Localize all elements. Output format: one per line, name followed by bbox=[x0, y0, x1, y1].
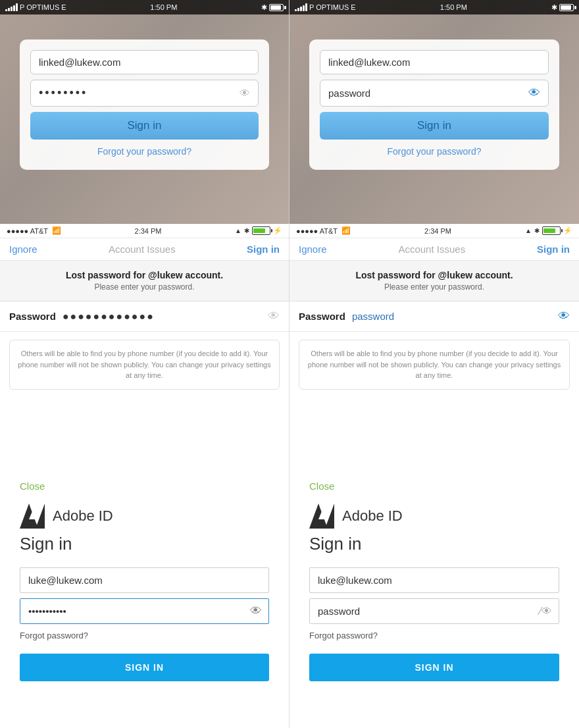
att-battery-fill bbox=[253, 228, 265, 233]
status-left: P OPTIMUS E bbox=[5, 3, 66, 11]
adobe-screen-left: Close Adobe ID Sign in 👁 Forgot password… bbox=[0, 467, 290, 728]
email-value-right: linked@lukew.com bbox=[328, 57, 410, 68]
adobe-email-right[interactable] bbox=[309, 567, 559, 593]
adobe-signin-button-left[interactable]: SIGN IN bbox=[20, 654, 269, 681]
signin-button-right[interactable]: Sign in bbox=[320, 112, 549, 140]
forgot-password-left[interactable]: Forgot your password? bbox=[30, 146, 259, 157]
ios-login-card-left: linked@lukew.com •••••••• 👁︎ Sign in For… bbox=[20, 39, 269, 170]
adobe-forgot-left[interactable]: Forgot password? bbox=[20, 631, 269, 640]
signal-icon bbox=[5, 3, 18, 11]
att-password-row-left: Password ●●●●●●●●●●●● 👁 bbox=[0, 301, 289, 332]
att-time-left: 2:34 PM bbox=[135, 227, 162, 235]
svg-marker-4 bbox=[325, 504, 334, 529]
forgot-password-right[interactable]: Forgot your password? bbox=[320, 146, 549, 157]
charging-icon: ⚡ bbox=[273, 226, 282, 235]
att-eye-icon-left[interactable]: 👁 bbox=[268, 309, 280, 323]
ios-status-bar-left: P OPTIMUS E 1:50 PM ✱ bbox=[0, 0, 289, 14]
bluetooth-icon-right: ✱ bbox=[551, 3, 557, 12]
att-carrier-right: ●●●●● AT&T 📶 bbox=[296, 226, 351, 235]
bluetooth-icon: ✱ bbox=[261, 3, 267, 12]
att-status-icons-left: ▲ ✱ ⚡ bbox=[235, 226, 282, 235]
att-screen-left: ●●●●● AT&T 📶 2:34 PM ▲ ✱ ⚡ Ignore Accoun… bbox=[0, 224, 290, 467]
att-info-left: Others will be able to find you by phone… bbox=[9, 340, 280, 390]
ignore-button[interactable]: Ignore bbox=[9, 244, 38, 255]
carrier-label-right: P OPTIMUS E bbox=[309, 3, 356, 11]
adobe-logo-icon-right bbox=[309, 504, 334, 529]
password-visible-right: password bbox=[328, 88, 370, 99]
email-field-left[interactable]: linked@lukew.com bbox=[30, 50, 259, 74]
adobe-pw-wrap-left: 👁 bbox=[20, 598, 269, 624]
adobe-logo-right: Adobe ID bbox=[309, 504, 559, 529]
signin-button-left[interactable]: Sign in bbox=[30, 112, 259, 140]
att-battery-right bbox=[542, 226, 561, 235]
att-eye-icon-right[interactable]: 👁 bbox=[558, 309, 570, 323]
ignore-button-right[interactable]: Ignore bbox=[299, 244, 327, 255]
ios-screen-left: P OPTIMUS E 1:50 PM ✱ linked@lukew.com •… bbox=[0, 0, 290, 224]
password-field-right[interactable]: password 👁 bbox=[320, 80, 549, 107]
adobe-password-left[interactable] bbox=[20, 599, 243, 623]
charging-icon-right: ⚡ bbox=[563, 226, 572, 235]
status-left-right: P OPTIMUS E bbox=[295, 3, 356, 11]
adobe-password-visible-right[interactable] bbox=[310, 599, 533, 623]
att-info-text-right: Others will be able to find you by phone… bbox=[308, 350, 561, 379]
eye-slash-icon-right[interactable]: ∕👁 bbox=[533, 606, 559, 617]
att-pw-visible-right[interactable]: password bbox=[352, 311, 551, 322]
adobe-email-left[interactable] bbox=[20, 567, 269, 593]
battery-fill-right bbox=[561, 5, 571, 10]
att-time-right: 2:34 PM bbox=[424, 227, 451, 235]
close-button-left[interactable]: Close bbox=[20, 481, 269, 492]
att-wifi-icon: 📶 bbox=[52, 226, 61, 235]
notice-title-right: Lost password for @lukew account. bbox=[303, 270, 566, 280]
adobe-signin-title-left: Sign in bbox=[20, 534, 269, 554]
time-label: 1:50 PM bbox=[150, 3, 177, 11]
bluetooth-icon-att-right: ✱ bbox=[534, 227, 540, 234]
svg-marker-0 bbox=[20, 504, 38, 529]
nav-title-right: Account Issues bbox=[398, 244, 465, 255]
adobe-logo-text-right: Adobe ID bbox=[342, 507, 403, 525]
ios-status-bar-right: P OPTIMUS E 1:50 PM ✱ bbox=[290, 0, 579, 14]
att-battery-fill-right bbox=[543, 228, 555, 233]
carrier-label: P OPTIMUS E bbox=[20, 3, 66, 11]
adobe-signin-button-right[interactable]: SIGN IN bbox=[309, 654, 559, 681]
status-right-right: ✱ bbox=[551, 3, 574, 12]
adobe-pw-wrap-right: ∕👁 bbox=[309, 598, 559, 624]
eye-open-icon-left[interactable]: 👁 bbox=[243, 604, 268, 618]
notice-sub-left: Please enter your password. bbox=[13, 282, 276, 292]
ios-login-card-right: linked@lukew.com password 👁 Sign in Forg… bbox=[309, 39, 559, 170]
adobe-forgot-right[interactable]: Forgot password? bbox=[309, 631, 559, 640]
att-nav-left: Ignore Account Issues Sign in bbox=[0, 238, 289, 261]
att-wifi-icon-right: 📶 bbox=[341, 226, 351, 235]
svg-marker-3 bbox=[309, 504, 328, 529]
eye-closed-icon[interactable]: 👁︎ bbox=[239, 88, 250, 99]
battery-icon-right bbox=[559, 4, 574, 11]
att-pw-label-left: Password bbox=[9, 311, 56, 322]
ios-screen-right: P OPTIMUS E 1:50 PM ✱ linked@lukew.com p… bbox=[290, 0, 579, 224]
nav-signin-right[interactable]: Sign in bbox=[537, 244, 570, 255]
adobe-logo-text-left: Adobe ID bbox=[53, 507, 113, 525]
att-status-bar-left: ●●●●● AT&T 📶 2:34 PM ▲ ✱ ⚡ bbox=[0, 224, 289, 238]
att-signal-left: ●●●●● AT&T bbox=[7, 227, 48, 235]
att-nav-right: Ignore Account Issues Sign in bbox=[290, 238, 579, 261]
nav-signin-left[interactable]: Sign in bbox=[247, 244, 280, 255]
att-info-right: Others will be able to find you by phone… bbox=[299, 340, 570, 390]
location-icon: ▲ bbox=[235, 227, 241, 234]
att-carrier-left: ●●●●● AT&T 📶 bbox=[7, 226, 61, 235]
att-battery-left bbox=[252, 226, 270, 235]
att-notice-right: Lost password for @lukew account. Please… bbox=[290, 261, 579, 301]
nav-title-left: Account Issues bbox=[109, 244, 176, 255]
att-status-icons-right: ▲ ✱ ⚡ bbox=[525, 226, 572, 235]
battery-fill bbox=[270, 5, 281, 10]
password-field-left[interactable]: •••••••• 👁︎ bbox=[30, 80, 259, 107]
adobe-screen-right: Close Adobe ID Sign in ∕👁 Forgot passwor… bbox=[290, 467, 579, 728]
eye-open-icon[interactable]: 👁 bbox=[528, 86, 540, 100]
email-field-right[interactable]: linked@lukew.com bbox=[320, 50, 549, 74]
battery-icon bbox=[269, 4, 284, 11]
password-dots-left: •••••••• bbox=[39, 86, 88, 100]
close-button-right[interactable]: Close bbox=[309, 481, 559, 492]
notice-title-left: Lost password for @lukew account. bbox=[13, 270, 276, 280]
att-pw-dots-left[interactable]: ●●●●●●●●●●●● bbox=[63, 311, 261, 323]
adobe-signin-title-right: Sign in bbox=[309, 534, 559, 554]
status-right: ✱ bbox=[261, 3, 284, 12]
adobe-logo-left: Adobe ID bbox=[20, 504, 269, 529]
signal-icon-right bbox=[295, 3, 307, 11]
